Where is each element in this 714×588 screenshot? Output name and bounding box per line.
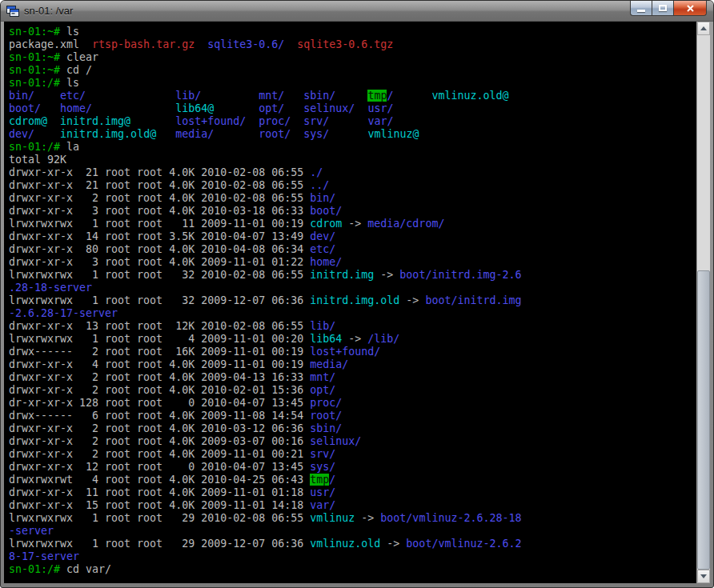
- terminal-line: drwxr-xr-x 21 root root 4.0K 2010-02-08 …: [9, 179, 696, 192]
- terminal-text-fg: [34, 128, 60, 140]
- terminal-text-fg: drwxr-xr-x 4 root root 4.0K 2009-11-01 0…: [9, 358, 310, 370]
- terminal-line: sn-01:~# ls: [9, 26, 696, 38]
- terminal-text-link: vmlinuz@: [367, 128, 419, 140]
- terminal-text-dir: media/: [310, 358, 348, 370]
- terminal-text-fg: [195, 38, 207, 50]
- terminal-line: drwxr-xr-x 13 root root 12K 2010-02-08 0…: [9, 320, 696, 333]
- terminal-text-fg: [355, 102, 367, 114]
- terminal-text-dir: ../: [310, 179, 329, 191]
- terminal-text-dir: root/: [310, 410, 342, 422]
- terminal-text-dir: boot/: [310, 205, 342, 217]
- terminal-text-fg: [34, 90, 60, 102]
- terminal-text-fg: [393, 90, 431, 102]
- window-title: sn-01: /var: [24, 5, 73, 17]
- terminal-text-dir: home/: [310, 256, 342, 268]
- terminal-text-fg: [130, 115, 175, 127]
- terminal-line: sn-01:/# cd var/: [9, 563, 696, 576]
- terminal-text-fg: ls: [66, 26, 79, 38]
- terminal-text-fg: lrwxrwxrwx 1 root root 29 2010-02-08 06:…: [9, 512, 310, 524]
- terminal-text-dir: srv/: [310, 448, 335, 460]
- terminal-line: drwxr-xr-x 11 root root 4.0K 2009-11-01 …: [9, 486, 696, 499]
- terminal-text-fg: drwxrwxrwt 4 root root 4.0K 2010-04-25 0…: [9, 474, 310, 486]
- terminal-text-fg: [329, 115, 367, 127]
- scrollbar-thumb[interactable]: [697, 270, 710, 570]
- terminal-line: -server: [9, 525, 696, 538]
- terminal-text-dir: .28-18-server: [9, 282, 92, 294]
- terminal-text-dir: usr/: [367, 102, 393, 114]
- terminal-text-prompt: sn-01:/#: [9, 77, 66, 89]
- terminal-text-dir: opt/: [310, 384, 335, 396]
- terminal-text-archive: rtsp-bash.tar.gz: [92, 38, 195, 50]
- terminal-text-fg: ->: [342, 333, 367, 345]
- terminal-text-link: vmlinuz: [310, 512, 355, 524]
- terminal-text-dir: proc/: [259, 115, 291, 127]
- terminal-text-fg: drwxr-xr-x 2 root root 4.0K 2009-04-13 1…: [9, 371, 310, 383]
- scrollbar-track[interactable]: [697, 35, 710, 570]
- window-body: sn-01:~# lspackage.xml rtsp-bash.tar.gz …: [1, 22, 713, 587]
- title-bar[interactable]: sn-01: /var: [1, 1, 713, 22]
- terminal-line: drwxr-xr-x 2 root root 4.0K 2009-04-13 1…: [9, 371, 696, 384]
- terminal-line: drwxr-xr-x 2 root root 4.0K 2010-03-12 0…: [9, 422, 696, 435]
- terminal-text-fg: [329, 128, 367, 140]
- terminal-text-dir: boot/: [9, 102, 41, 114]
- terminal-line: 8-17-server: [9, 550, 696, 563]
- terminal-text-link: lib64@: [175, 102, 214, 114]
- terminal-line: drwxr-xr-x 3 root root 4.0K 2009-11-01 0…: [9, 256, 696, 269]
- terminal-text-fg: [47, 115, 60, 127]
- terminal-text-dir: media/: [175, 128, 214, 140]
- terminal-text-dir: 8-17-server: [9, 550, 79, 562]
- terminal-text-dir: boot/initrd.img-2.6: [399, 269, 521, 281]
- terminal-text-fg: ->: [355, 512, 380, 524]
- terminal-text-dir: sys/: [310, 461, 335, 473]
- terminal-text-fg: drwxr-xr-x 2 root root 4.0K 2010-02-08 0…: [9, 192, 310, 204]
- terminal-line: lrwxrwxrwx 1 root root 32 2010-02-08 06:…: [9, 269, 696, 282]
- minimize-button[interactable]: [630, 1, 652, 16]
- terminal-text-dir: var/: [310, 499, 335, 511]
- maximize-button[interactable]: [652, 1, 673, 16]
- terminal-text-prompt: sn-01:~#: [9, 64, 66, 76]
- terminal-text-fg: [284, 38, 297, 50]
- terminal-text-dir: selinux/: [310, 435, 361, 447]
- up-arrow-icon: [700, 26, 707, 30]
- close-button[interactable]: [673, 1, 707, 16]
- terminal-text-fg: ->: [380, 538, 406, 550]
- terminal-text-dir: boot/initrd.img: [425, 294, 521, 306]
- terminal-line: lrwxrwxrwx 1 root root 29 2010-02-08 06:…: [9, 512, 696, 525]
- terminal-text-dir: lost+found/: [310, 346, 380, 358]
- terminal-text-dir: dev/: [9, 128, 34, 140]
- terminal-text-dir: /: [329, 474, 335, 486]
- scroll-up-button[interactable]: [697, 22, 710, 35]
- terminal-line: lrwxrwxrwx 1 root root 32 2009-12-07 06:…: [9, 294, 696, 307]
- terminal-text-prompt: sn-01:~#: [9, 26, 66, 38]
- terminal-output[interactable]: sn-01:~# lspackage.xml rtsp-bash.tar.gz …: [4, 22, 696, 583]
- terminal-text-fg: cd var/: [66, 563, 111, 575]
- terminal-text-fg: drwxr-xr-x 21 root root 4.0K 2010-02-08 …: [9, 179, 310, 191]
- terminal-line: lrwxrwxrwx 1 root root 29 2009-12-07 06:…: [9, 538, 696, 550]
- terminal-text-dir: sqlite3-0.6/: [207, 38, 284, 50]
- terminal-line: -2.6.28-17-server: [9, 307, 696, 320]
- terminal-text-fg: la: [66, 141, 79, 153]
- terminal-text-archive: sqlite3-0.6.tgz: [297, 38, 393, 50]
- terminal-text-fg: [284, 102, 303, 114]
- terminal-text-fg: [284, 90, 303, 102]
- scrollbar[interactable]: [696, 22, 710, 583]
- terminal-text-dir: /lib/: [367, 333, 399, 345]
- terminal-text-fg: drwxr-xr-x 15 root root 4.0K 2009-11-01 …: [9, 499, 310, 511]
- terminal-text-dir: boot/vmlinuz-2.6.28-18: [380, 512, 521, 524]
- terminal-line: drwxr-xr-x 15 root root 4.0K 2009-11-01 …: [9, 499, 696, 512]
- terminal-text-dir: mnt/: [310, 371, 335, 383]
- terminal-text-link: initrd.img: [310, 269, 374, 281]
- terminal-text-fg: drwxr-xr-x 14 root root 3.5K 2010-04-07 …: [9, 230, 310, 242]
- terminal-text-dir: srv/: [303, 115, 329, 127]
- terminal-text-fg: lrwxrwxrwx 1 root root 32 2009-12-07 06:…: [9, 294, 310, 306]
- terminal-line: drwx------ 6 root root 4.0K 2009-11-08 1…: [9, 410, 696, 422]
- putty-terminal-icon: [6, 5, 19, 18]
- terminal-text-dir: boot/vmlinuz-2.6.2: [406, 538, 521, 550]
- terminal-text-fg: drwxr-xr-x 2 root root 4.0K 2010-02-01 1…: [9, 384, 310, 396]
- terminal-line: drwxr-xr-x 2 root root 4.0K 2009-03-07 0…: [9, 435, 696, 448]
- terminal-text-fg: lrwxrwxrwx 1 root root 32 2010-02-08 06:…: [9, 269, 310, 281]
- terminal-text-dir: lib/: [310, 320, 335, 332]
- scroll-down-button[interactable]: [697, 570, 710, 583]
- terminal-text-fg: drwx------ 6 root root 4.0K 2009-11-08 1…: [9, 410, 310, 422]
- terminal-text-dir: var/: [367, 115, 393, 127]
